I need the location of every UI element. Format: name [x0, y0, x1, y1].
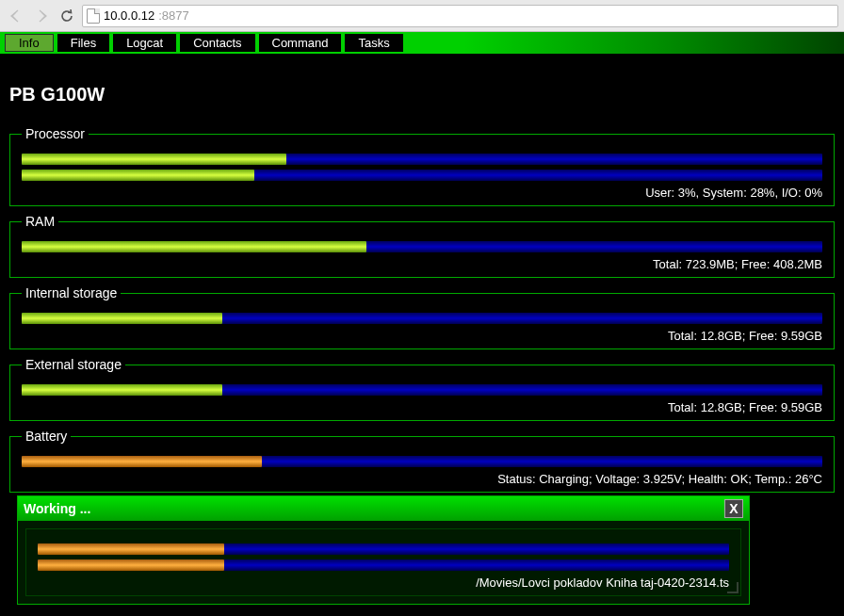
external-bar-fill: [22, 384, 222, 396]
tab-info[interactable]: Info: [5, 34, 54, 52]
internal-legend: Internal storage: [22, 285, 121, 300]
working-bar-1: [38, 543, 729, 555]
working-bar-1-fill: [38, 543, 224, 555]
address-host: 10.0.0.12: [104, 8, 154, 23]
working-panel: Working ... X /Movies/Lovci pokladov Kni…: [17, 495, 750, 605]
ram-stats: Total: 723.9MB; Free: 408.2MB: [22, 257, 822, 271]
battery-bar-fill: [22, 456, 262, 467]
external-stats: Total: 12.8GB; Free: 9.59GB: [22, 400, 822, 414]
forward-button[interactable]: [31, 6, 52, 26]
tab-tasks[interactable]: Tasks: [345, 34, 402, 52]
browser-chrome: 10.0.0.12:8877: [0, 0, 844, 32]
processor-bar-2: [22, 170, 822, 181]
resize-grip[interactable]: [727, 582, 738, 593]
internal-block: Internal storage Total: 12.8GB; Free: 9.…: [9, 285, 835, 349]
working-header[interactable]: Working ... X: [18, 496, 749, 521]
close-button[interactable]: X: [724, 499, 743, 518]
ram-bar: [22, 241, 822, 252]
battery-stats: Status: Charging; Voltage: 3.925V; Healt…: [22, 472, 822, 486]
working-title: Working ...: [24, 501, 90, 516]
device-title: PB G100W: [9, 84, 836, 105]
external-block: External storage Total: 12.8GB; Free: 9.…: [9, 357, 835, 421]
internal-bar: [22, 313, 822, 324]
reload-button[interactable]: [57, 6, 77, 26]
address-bar[interactable]: 10.0.0.12:8877: [82, 5, 838, 27]
external-bar: [22, 384, 822, 396]
page-icon: [87, 8, 100, 24]
back-button[interactable]: [6, 6, 26, 26]
processor-bar-2-fill: [22, 170, 254, 181]
page: PB G100W Processor User: 3%, System: 28%…: [0, 54, 844, 616]
working-body: /Movies/Lovci pokladov Kniha taj-0420-23…: [25, 528, 741, 596]
ram-block: RAM Total: 723.9MB; Free: 408.2MB: [9, 214, 835, 278]
processor-stats: User: 3%, System: 28%, I/O: 0%: [22, 186, 822, 200]
processor-legend: Processor: [22, 126, 89, 141]
tab-files[interactable]: Files: [57, 34, 109, 52]
tab-contacts[interactable]: Contacts: [180, 34, 254, 52]
ram-bar-fill: [22, 241, 366, 252]
processor-block: Processor User: 3%, System: 28%, I/O: 0%: [9, 126, 835, 206]
working-bar-2: [38, 559, 729, 571]
ram-legend: RAM: [22, 214, 58, 229]
tab-logcat[interactable]: Logcat: [113, 34, 176, 52]
tabstrip: Info Files Logcat Contacts Command Tasks: [0, 32, 844, 54]
working-bar-2-fill: [38, 559, 224, 571]
battery-bar: [22, 456, 822, 467]
processor-bar-1-fill: [22, 154, 286, 165]
external-legend: External storage: [22, 357, 125, 372]
tab-command[interactable]: Command: [259, 34, 342, 52]
battery-legend: Battery: [22, 429, 71, 444]
internal-stats: Total: 12.8GB; Free: 9.59GB: [22, 329, 822, 343]
working-path: /Movies/Lovci pokladov Kniha taj-0420-23…: [38, 575, 729, 590]
battery-block: Battery Status: Charging; Voltage: 3.925…: [9, 429, 835, 493]
address-port: :8877: [158, 8, 189, 23]
internal-bar-fill: [22, 313, 222, 324]
processor-bar-1: [22, 154, 822, 165]
